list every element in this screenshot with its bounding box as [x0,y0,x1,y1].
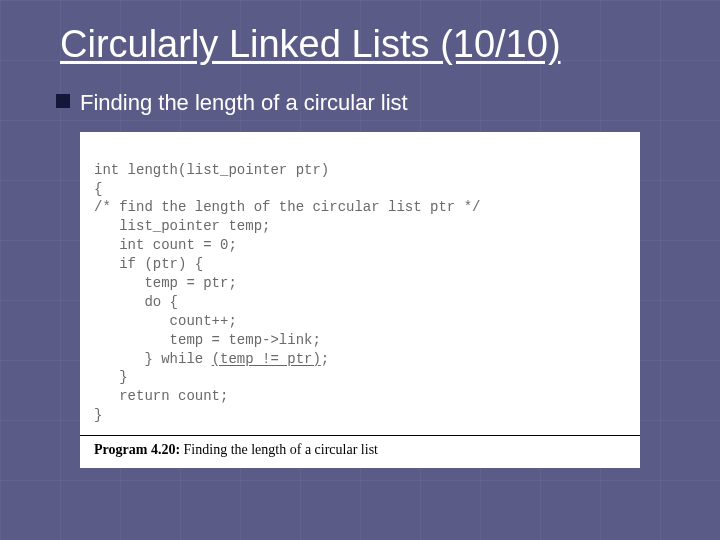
code-line: return count; [94,388,228,404]
caption-text: Finding the length of a circular list [180,442,378,457]
code-line: int length(list_pointer ptr) [94,162,329,178]
code-line: } [94,369,128,385]
bullet-item: Finding the length of a circular list [0,74,720,124]
code-line: ; [321,351,329,367]
bullet-text: Finding the length of a circular list [80,90,408,116]
code-line: count++; [94,313,237,329]
code-block: int length(list_pointer ptr) { /* find t… [80,132,640,429]
code-figure: int length(list_pointer ptr) { /* find t… [80,132,640,468]
code-line: /* find the length of the circular list … [94,199,480,215]
caption-label: Program 4.20: [94,442,180,457]
code-line: if (ptr) { [94,256,203,272]
code-line: } [94,407,102,423]
slide: Circularly Linked Lists (10/10) Finding … [0,0,720,540]
slide-title: Circularly Linked Lists (10/10) [0,0,720,74]
code-line: { [94,181,102,197]
square-bullet-icon [56,94,70,108]
code-line: do { [94,294,178,310]
code-line: } while [94,351,212,367]
code-line: temp = temp->link; [94,332,321,348]
highlighted-condition: (temp != ptr) [212,351,321,367]
code-line: list_pointer temp; [94,218,270,234]
figure-caption: Program 4.20: Finding the length of a ci… [80,436,640,468]
code-line: int count = 0; [94,237,237,253]
code-line: temp = ptr; [94,275,237,291]
